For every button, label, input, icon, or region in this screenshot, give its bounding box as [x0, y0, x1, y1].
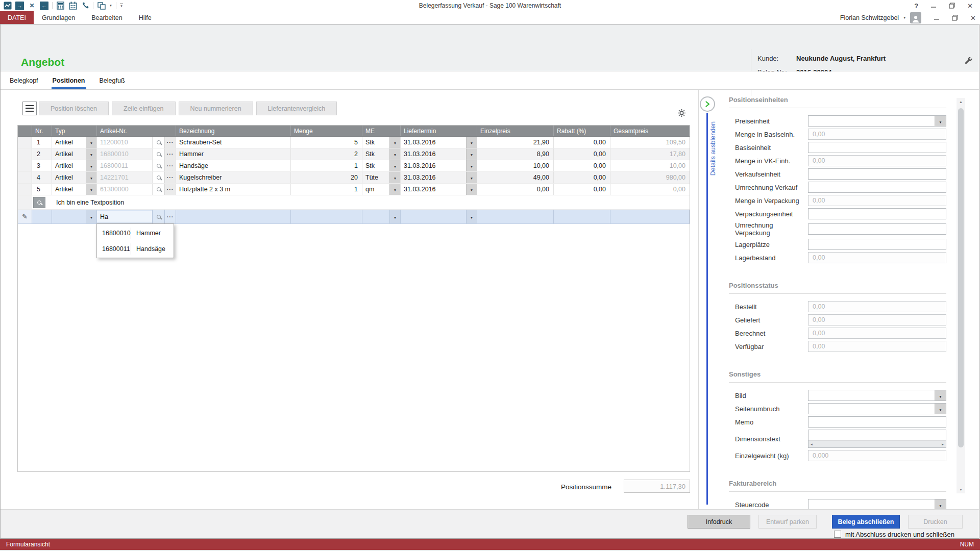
cell-me[interactable]: Stk	[362, 137, 401, 148]
cell-liefertermin[interactable]: 31.03.2016	[401, 148, 477, 160]
edit-cell-liefertermin[interactable]	[401, 210, 477, 223]
edit-cell-bezeichnung[interactable]	[176, 210, 291, 223]
verkaufseinheit-input[interactable]	[808, 168, 946, 180]
dimensionstext-input[interactable]	[808, 430, 946, 448]
mdi-close-icon[interactable]: ✕	[970, 14, 976, 22]
typ-dropdown-arrow[interactable]	[86, 148, 96, 160]
menu-item-grundlagen[interactable]: Grundlagen	[34, 11, 83, 24]
artikel-nr-edit-input[interactable]	[97, 211, 152, 222]
wrench-icon[interactable]	[964, 57, 973, 66]
cell-bezeichnung[interactable]: Kugelschreiber	[176, 172, 291, 183]
calendar-icon[interactable]	[68, 2, 77, 10]
verpackungseinheit-input[interactable]	[808, 208, 946, 219]
artikel-more-button[interactable]	[164, 210, 176, 223]
collapse-details-button[interactable]	[700, 96, 715, 112]
cell-me[interactable]: Stk	[362, 160, 401, 171]
cell-rabatt[interactable]: 0,00	[554, 160, 610, 171]
artikel-more-button[interactable]	[164, 184, 176, 195]
liefertermin-dropdown-arrow[interactable]	[466, 184, 477, 195]
me-dropdown-arrow[interactable]	[389, 184, 400, 195]
user-dropdown-caret[interactable]: ▼	[903, 16, 906, 19]
lagerplaetze-input[interactable]	[808, 239, 946, 250]
tab-belegkopf[interactable]: Belegkopf	[9, 77, 39, 89]
menu-item-bearbeiten[interactable]: Bearbeiten	[83, 11, 130, 24]
edit-cell-me[interactable]	[362, 210, 401, 223]
gear-icon[interactable]	[677, 109, 686, 117]
cell-einzelpreis[interactable]: 10,00	[477, 160, 554, 171]
cell-liefertermin[interactable]: 31.03.2016	[401, 184, 477, 195]
row-selector[interactable]	[18, 137, 32, 148]
cell-typ[interactable]: Artikel	[52, 137, 97, 148]
back-icon[interactable]: ←	[40, 2, 48, 10]
dimension-hscrollbar[interactable]	[808, 440, 946, 447]
cell-menge[interactable]: 1	[291, 160, 362, 171]
text-position-text[interactable]: Ich bin eine Textposition	[52, 195, 690, 209]
cell-artikel-nr[interactable]: 16800011	[97, 160, 176, 171]
scroll-down-icon[interactable]	[957, 486, 965, 493]
steuercode-select[interactable]	[808, 499, 946, 510]
forward-icon[interactable]: →	[15, 2, 24, 10]
seitenumbruch-select[interactable]	[808, 403, 946, 414]
cell-artikel-nr[interactable]: 16800010	[97, 148, 176, 160]
scroll-up-icon[interactable]	[957, 98, 965, 106]
preiseinheit-select[interactable]	[808, 115, 946, 127]
edit-row[interactable]	[18, 210, 690, 224]
cell-bezeichnung[interactable]: Handsäge	[176, 160, 291, 171]
artikel-search-button[interactable]	[152, 160, 164, 171]
layout-dropdown-caret[interactable]: ▼	[109, 4, 112, 7]
row-selector[interactable]	[18, 172, 32, 183]
typ-dropdown-arrow[interactable]	[86, 210, 96, 223]
cell-menge[interactable]: 2	[291, 148, 362, 160]
panel-scrollbar[interactable]	[957, 98, 965, 493]
cell-bezeichnung[interactable]: Schrauben-Set	[176, 137, 291, 148]
autocomplete-item[interactable]: 16800011Handsäge	[97, 241, 174, 257]
cell-artikel-nr[interactable]: 11200010	[97, 137, 176, 148]
cell-liefertermin[interactable]: 31.03.2016	[401, 137, 477, 148]
liefertermin-dropdown-arrow[interactable]	[466, 172, 477, 183]
typ-dropdown-arrow[interactable]	[86, 184, 96, 195]
umrechnung-verpackung-input[interactable]	[808, 223, 946, 235]
calculator-icon[interactable]	[56, 2, 65, 10]
cell-einzelpreis[interactable]: 21,90	[477, 137, 554, 148]
umrechnung-verkauf-input[interactable]	[808, 182, 946, 193]
minimize-icon[interactable]	[930, 3, 937, 9]
me-dropdown-arrow[interactable]	[389, 137, 400, 148]
artikel-more-button[interactable]	[164, 160, 176, 171]
menu-item-hilfe[interactable]: Hilfe	[131, 11, 160, 24]
edit-cell-gesamtpreis[interactable]	[610, 210, 690, 223]
bild-select[interactable]	[808, 390, 946, 401]
collapse-details-label[interactable]: Details ausblenden	[709, 121, 717, 176]
grid-menu-button[interactable]	[22, 102, 37, 115]
beleg-abschliessen-button[interactable]: Beleg abschließen	[832, 515, 900, 529]
cell-artikel-nr[interactable]: 14221701	[97, 172, 176, 183]
row-selector[interactable]	[18, 195, 32, 209]
cell-bezeichnung[interactable]: Holzplatte 2 x 3 m	[176, 184, 291, 195]
autocomplete-item[interactable]: 16800010Hammer	[97, 225, 174, 241]
help-icon[interactable]: ?	[914, 2, 918, 10]
me-dropdown-arrow[interactable]	[389, 172, 400, 183]
bild-dropdown-arrow[interactable]	[935, 390, 946, 400]
liefertermin-dropdown-arrow[interactable]	[466, 148, 477, 160]
phone-icon[interactable]	[81, 2, 89, 10]
close-icon[interactable]: ✕	[967, 2, 973, 10]
user-name[interactable]: Florian Schwitzgebel	[840, 14, 899, 21]
edit-cell-nr[interactable]	[32, 210, 52, 223]
cell-typ[interactable]: Artikel	[52, 160, 97, 171]
artikel-more-button[interactable]	[164, 148, 176, 160]
infodruck-button[interactable]: Infodruck	[688, 515, 750, 529]
preiseinheit-dropdown-arrow[interactable]	[935, 116, 946, 126]
steuercode-dropdown-arrow[interactable]	[935, 499, 946, 510]
scroll-right-icon[interactable]	[941, 443, 944, 446]
restore-icon[interactable]	[949, 3, 955, 9]
cell-menge[interactable]: 1	[291, 184, 362, 195]
scroll-left-icon[interactable]	[810, 443, 813, 446]
cell-rabatt[interactable]: 0,00	[554, 172, 610, 183]
liefertermin-dropdown-arrow[interactable]	[466, 137, 477, 148]
me-dropdown-arrow[interactable]	[389, 210, 400, 223]
artikel-search-button[interactable]	[152, 172, 164, 183]
artikel-more-button[interactable]	[164, 172, 176, 183]
memo-input[interactable]	[808, 416, 946, 428]
toolbar-overflow-icon[interactable]: ▼	[120, 4, 123, 8]
text-position-row[interactable]: Ich bin eine Textposition	[18, 195, 690, 210]
typ-dropdown-arrow[interactable]	[86, 172, 96, 183]
